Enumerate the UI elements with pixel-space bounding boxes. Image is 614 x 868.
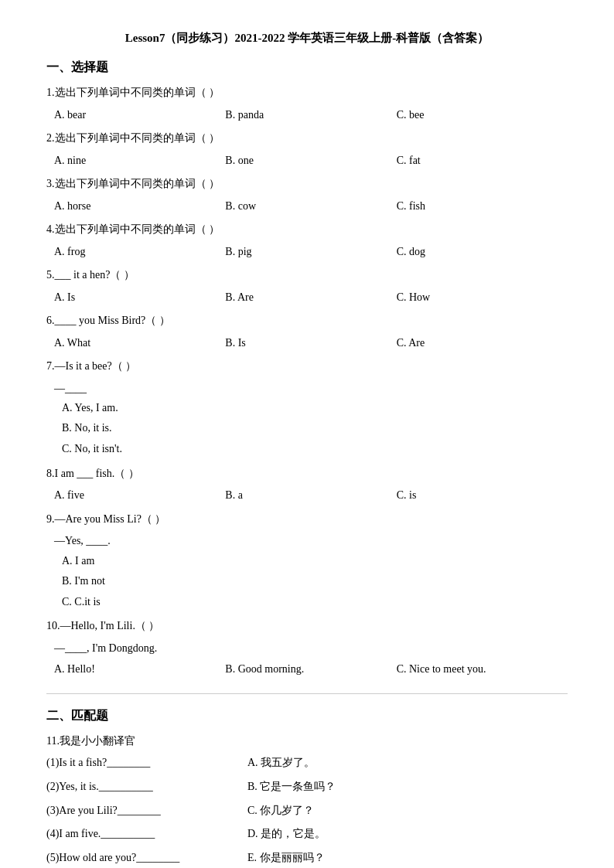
q9-sub-options: A. I am B. I'm not C. C.it is xyxy=(46,551,568,613)
q8-option-c: C. is xyxy=(397,485,568,505)
q10-option-a: A. Hello! xyxy=(54,659,225,679)
match-right-4: D. 是的，它是。 xyxy=(247,824,568,845)
q8-option-a: A. five xyxy=(54,485,225,505)
question-8: 8.I am ___ fish.（ ） A. five B. a C. is xyxy=(46,465,568,505)
q11-label: 11.我是小小翻译官 xyxy=(46,732,568,751)
question-5: 5.___ it a hen?（ ） A. Is B. Are C. How xyxy=(46,266,568,307)
q2-text: 2.选出下列单词中不同类的单词（ ） xyxy=(46,129,568,148)
page-title: Lesson7（同步练习）2021-2022 学年英语三年级上册-科普版（含答案… xyxy=(46,31,568,46)
q9-option-a: A. I am xyxy=(62,551,568,572)
q6-option-a: A. What xyxy=(54,333,225,352)
question-7: 7.—Is it a bee?（ ） —____ A. Yes, I am. B… xyxy=(46,357,568,460)
question-10: 10.—Hello, I'm Lili.（ ） —____, I'm Dongd… xyxy=(46,617,568,679)
q5-option-b: B. Are xyxy=(225,288,396,307)
q5-text: 5.___ it a hen?（ ） xyxy=(46,266,568,284)
q2-options: A. nine B. one C. fat xyxy=(46,151,568,170)
match-section: 11.我是小小翻译官 (1)Is it a fish?________ A. 我… xyxy=(46,732,568,868)
q3-options: A. horse B. cow C. fish xyxy=(46,196,568,216)
question-3: 3.选出下列单词中不同类的单词（ ） A. horse B. cow C. fi… xyxy=(46,175,568,216)
q10-option-c: C. Nice to meet you. xyxy=(397,659,568,679)
q3-text: 3.选出下列单词中不同类的单词（ ） xyxy=(46,175,568,193)
q2-option-a: A. nine xyxy=(54,151,225,170)
q8-text: 8.I am ___ fish.（ ） xyxy=(46,465,568,483)
q4-option-a: A. frog xyxy=(54,242,225,261)
q4-option-c: C. dog xyxy=(397,242,568,261)
match-row-4: (4)I am five.__________ D. 是的，它是。 xyxy=(46,824,568,845)
match-right-1: A. 我五岁了。 xyxy=(247,753,568,774)
q5-option-c: C. How xyxy=(397,288,568,307)
q1-text: 1.选出下列单词中不同类的单词（ ） xyxy=(46,83,568,102)
q10-option-b: B. Good morning. xyxy=(225,659,396,679)
match-row-2: (2)Yes, it is.__________ B. 它是一条鱼吗？ xyxy=(46,777,568,798)
question-1: 1.选出下列单词中不同类的单词（ ） A. bear B. panda C. b… xyxy=(46,83,568,124)
q2-option-b: B. one xyxy=(225,151,396,170)
q7-text: 7.—Is it a bee?（ ） xyxy=(46,357,568,376)
match-right-2: B. 它是一条鱼吗？ xyxy=(247,777,568,798)
q10-dash: —____, I'm Dongdong. xyxy=(46,638,568,658)
q7-sub-options: A. Yes, I am. B. No, it is. C. No, it is… xyxy=(46,398,568,460)
section1-title: 一、选择题 xyxy=(46,60,568,76)
q7-dash: —____ xyxy=(46,379,568,398)
q7-option-b: B. No, it is. xyxy=(62,418,568,439)
q3-option-a: A. horse xyxy=(54,196,225,216)
question-4: 4.选出下列单词中不同类的单词（ ） A. frog B. pig C. dog xyxy=(46,220,568,261)
question-6: 6.____ you Miss Bird?（ ） A. What B. Is C… xyxy=(46,311,568,352)
q4-option-b: B. pig xyxy=(225,242,396,261)
q9-dash: —Yes, ____. xyxy=(46,531,568,550)
q7-option-a: A. Yes, I am. xyxy=(62,398,568,419)
q10-options: A. Hello! B. Good morning. C. Nice to me… xyxy=(46,659,568,679)
match-left-1: (1)Is it a fish?________ xyxy=(46,753,247,774)
q1-options: A. bear B. panda C. bee xyxy=(46,105,568,124)
q6-option-b: B. Is xyxy=(225,333,396,352)
q6-option-c: C. Are xyxy=(397,333,568,352)
q9-text: 9.—Are you Miss Li?（ ） xyxy=(46,510,568,529)
question-2: 2.选出下列单词中不同类的单词（ ） A. nine B. one C. fat xyxy=(46,129,568,170)
q6-options: A. What B. Is C. Are xyxy=(46,333,568,352)
match-left-3: (3)Are you Lili?________ xyxy=(46,801,247,822)
q5-option-a: A. Is xyxy=(54,288,225,307)
match-right-3: C. 你几岁了？ xyxy=(247,801,568,822)
q5-options: A. Is B. Are C. How xyxy=(46,288,568,307)
q10-text: 10.—Hello, I'm Lili.（ ） xyxy=(46,617,568,635)
match-left-5: (5)How old are you?________ xyxy=(46,848,247,868)
q9-option-b: B. I'm not xyxy=(62,571,568,592)
q4-options: A. frog B. pig C. dog xyxy=(46,242,568,261)
match-row-3: (3)Are you Lili?________ C. 你几岁了？ xyxy=(46,801,568,822)
question-9: 9.—Are you Miss Li?（ ） —Yes, ____. A. I … xyxy=(46,510,568,613)
q6-text: 6.____ you Miss Bird?（ ） xyxy=(46,311,568,330)
match-right-5: E. 你是丽丽吗？ xyxy=(247,848,568,868)
match-left-4: (4)I am five.__________ xyxy=(46,824,247,845)
q9-option-c: C. C.it is xyxy=(62,592,568,613)
q1-option-b: B. panda xyxy=(225,105,396,124)
q1-option-c: C. bee xyxy=(397,105,568,124)
q1-option-a: A. bear xyxy=(54,105,225,124)
q7-option-c: C. No, it isn't. xyxy=(62,439,568,460)
q8-option-b: B. a xyxy=(225,485,396,505)
match-left-2: (2)Yes, it is.__________ xyxy=(46,777,247,798)
match-row-5: (5)How old are you?________ E. 你是丽丽吗？ xyxy=(46,848,568,868)
section-divider xyxy=(46,693,568,694)
match-row-1: (1)Is it a fish?________ A. 我五岁了。 xyxy=(46,753,568,774)
q3-option-c: C. fish xyxy=(397,196,568,216)
q4-text: 4.选出下列单词中不同类的单词（ ） xyxy=(46,220,568,239)
q8-options: A. five B. a C. is xyxy=(46,485,568,505)
section2-title: 二、匹配题 xyxy=(46,708,568,724)
q2-option-c: C. fat xyxy=(397,151,568,170)
q3-option-b: B. cow xyxy=(225,196,396,216)
